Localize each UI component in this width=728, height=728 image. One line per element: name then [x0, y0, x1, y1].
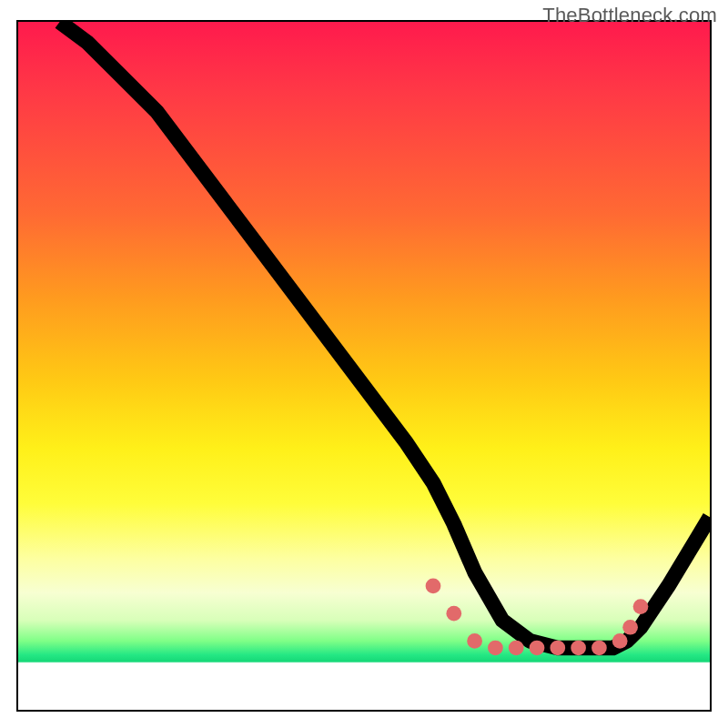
marker-dot — [633, 599, 649, 614]
chart-svg — [18, 22, 710, 710]
marker-dot — [571, 641, 586, 656]
marker-dot — [530, 641, 545, 656]
watermark-label: TheBottleneck.com — [542, 4, 717, 27]
marker-dot — [612, 633, 628, 649]
marker-dot — [446, 606, 461, 622]
chart-container: TheBottleneck.com — [0, 0, 728, 728]
marker-dot — [592, 641, 607, 656]
marker-dot — [426, 579, 441, 594]
marker-dot — [622, 620, 638, 635]
marker-dot — [467, 633, 482, 649]
marker-dot — [509, 641, 524, 656]
highlight-dots — [426, 579, 649, 656]
plot-area — [16, 20, 712, 712]
bottleneck-curve — [60, 22, 710, 648]
marker-dot — [488, 641, 503, 656]
marker-dot — [550, 641, 565, 656]
